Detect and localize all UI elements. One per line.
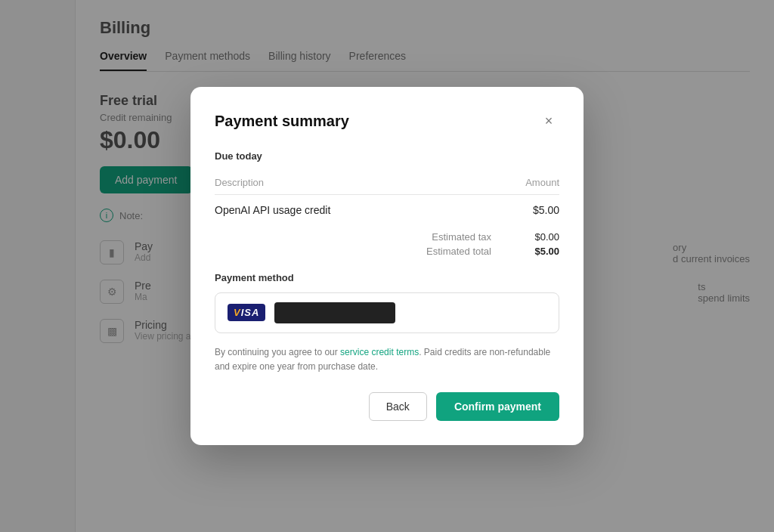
row-amount: $5.00	[481, 194, 559, 222]
modal-footer: Back Confirm payment	[215, 392, 559, 421]
estimated-tax-row: Estimated tax $0.00	[215, 231, 559, 243]
estimated-total-row: Estimated total $5.00	[215, 246, 559, 257]
terms-link[interactable]: service credit terms	[340, 347, 419, 357]
estimated-total-label: Estimated total	[426, 246, 491, 257]
estimated-total-value: $5.00	[522, 246, 559, 257]
payment-summary-modal: Payment summary × Due today Description …	[190, 87, 584, 445]
close-button[interactable]: ×	[538, 111, 559, 132]
terms-text: By continuing you agree to our service c…	[215, 345, 559, 374]
estimated-tax-value: $0.00	[522, 231, 559, 243]
terms-before: By continuing you agree to our	[215, 347, 340, 357]
payment-method-box: VISA	[215, 292, 559, 333]
back-button[interactable]: Back	[369, 392, 427, 421]
visa-logo: VISA	[228, 304, 265, 321]
summary-table: Description Amount OpenAI API usage cred…	[215, 171, 559, 222]
confirm-payment-button[interactable]: Confirm payment	[436, 392, 559, 421]
modal-header: Payment summary ×	[215, 111, 559, 132]
payment-method-label: Payment method	[215, 272, 559, 283]
estimated-tax-label: Estimated tax	[432, 231, 491, 243]
due-today-label: Due today	[215, 150, 559, 162]
modal-overlay: Payment summary × Due today Description …	[0, 0, 774, 532]
modal-title: Payment summary	[215, 113, 349, 130]
row-description: OpenAI API usage credit	[215, 194, 481, 222]
card-number-mask	[274, 302, 395, 323]
col-description: Description	[215, 171, 481, 195]
col-amount: Amount	[481, 171, 559, 195]
table-row: OpenAI API usage credit $5.00	[215, 194, 559, 222]
